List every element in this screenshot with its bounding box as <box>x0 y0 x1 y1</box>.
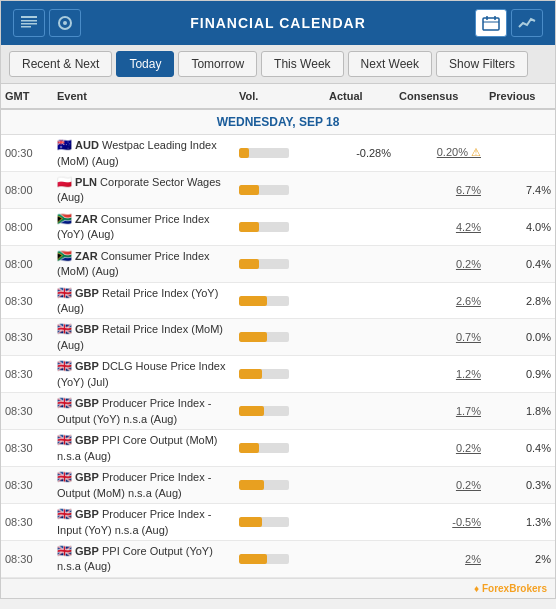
cell-event: 🇬🇧 GBP Producer Price Index - Output (Yo… <box>53 393 235 429</box>
news-icon[interactable] <box>13 9 45 37</box>
cell-event: 🇬🇧 GBP PPI Core Output (MoM) n.s.a (Aug) <box>53 430 235 466</box>
cell-previous: 2.8% <box>485 292 555 310</box>
vol-bar-container <box>239 517 289 527</box>
flag: 🇬🇧 <box>57 359 72 373</box>
cell-gmt: 08:30 <box>1 365 53 383</box>
vol-bar <box>239 332 267 342</box>
flag: 🇬🇧 <box>57 544 72 558</box>
currency: GBP <box>75 360 99 372</box>
table-row[interactable]: 08:30🇬🇧 GBP Producer Price Index - Outpu… <box>1 467 555 504</box>
table-row[interactable]: 08:00🇵🇱 PLN Corporate Sector Wages (Aug)… <box>1 172 555 209</box>
cell-gmt: 08:30 <box>1 513 53 531</box>
cell-event: 🇬🇧 GBP Retail Price Index (MoM) (Aug) <box>53 319 235 355</box>
vol-bar-container <box>239 332 289 342</box>
cell-vol <box>235 293 325 309</box>
tab-next-week[interactable]: Next Week <box>348 51 432 77</box>
cell-consensus: 2% <box>395 550 485 568</box>
header-title: FINANCIAL CALENDAR <box>133 15 423 31</box>
cell-consensus: 0.2% <box>395 476 485 494</box>
currency: GBP <box>75 471 99 483</box>
table-row[interactable]: 08:30🇬🇧 GBP PPI Core Output (MoM) n.s.a … <box>1 430 555 467</box>
cell-gmt: 00:30 <box>1 144 53 162</box>
svg-rect-1 <box>21 20 37 22</box>
cell-previous: 0.0% <box>485 328 555 346</box>
table-row[interactable]: 08:30🇬🇧 GBP DCLG House Price Index (YoY)… <box>1 356 555 393</box>
tab-this-week[interactable]: This Week <box>261 51 343 77</box>
vol-bar-container <box>239 406 289 416</box>
flag: 🇬🇧 <box>57 433 72 447</box>
footer: ♦ ForexBrokers <box>1 578 555 598</box>
cell-actual <box>325 371 395 377</box>
alert-icon[interactable] <box>49 9 81 37</box>
currency: GBP <box>75 323 99 335</box>
vol-bar <box>239 369 262 379</box>
table-body: 00:30🇦🇺 AUD Westpac Leading Index (MoM) … <box>1 135 555 578</box>
table-row[interactable]: 08:00🇿🇦 ZAR Consumer Price Index (MoM) (… <box>1 246 555 283</box>
cell-previous: 0.9% <box>485 365 555 383</box>
table-row[interactable]: 08:30🇬🇧 GBP Retail Price Index (MoM) (Au… <box>1 319 555 356</box>
vol-bar <box>239 406 264 416</box>
currency: GBP <box>75 508 99 520</box>
table-row[interactable]: 08:30🇬🇧 GBP Producer Price Index - Input… <box>1 504 555 541</box>
flag: 🇿🇦 <box>57 212 72 226</box>
cell-actual <box>325 482 395 488</box>
svg-rect-3 <box>21 26 31 28</box>
cell-gmt: 08:00 <box>1 255 53 273</box>
cell-gmt: 08:00 <box>1 181 53 199</box>
vol-bar <box>239 259 259 269</box>
cell-event: 🇿🇦 ZAR Consumer Price Index (YoY) (Aug) <box>53 209 235 245</box>
currency: GBP <box>75 397 99 409</box>
flag: 🇬🇧 <box>57 322 72 336</box>
table-row[interactable]: 08:30🇬🇧 GBP Producer Price Index - Outpu… <box>1 393 555 430</box>
cell-vol <box>235 145 325 161</box>
table-row[interactable]: 08:30🇬🇧 GBP Retail Price Index (YoY) (Au… <box>1 283 555 320</box>
calendar-icon[interactable] <box>475 9 507 37</box>
cell-gmt: 08:30 <box>1 292 53 310</box>
cell-vol <box>235 182 325 198</box>
cell-consensus: 4.2% <box>395 218 485 236</box>
cell-vol <box>235 551 325 567</box>
cell-previous: 1.3% <box>485 513 555 531</box>
flag: 🇬🇧 <box>57 396 72 410</box>
currency: PLN <box>75 176 97 188</box>
cell-gmt: 08:30 <box>1 402 53 420</box>
table-row[interactable]: 08:00🇿🇦 ZAR Consumer Price Index (YoY) (… <box>1 209 555 246</box>
footer-logo: ♦ ForexBrokers <box>474 583 547 594</box>
cell-vol <box>235 514 325 530</box>
app-container: FINANCIAL CALENDAR Recent & Next Today T… <box>0 0 556 599</box>
tab-tomorrow[interactable]: Tomorrow <box>178 51 257 77</box>
flag: 🇦🇺 <box>57 138 72 152</box>
cell-vol <box>235 403 325 419</box>
cell-event: 🇬🇧 GBP Producer Price Index - Output (Mo… <box>53 467 235 503</box>
cell-event: 🇬🇧 GBP DCLG House Price Index (YoY) (Jul… <box>53 356 235 392</box>
header-left-icons <box>13 9 133 37</box>
svg-rect-2 <box>21 23 37 25</box>
col-event: Event <box>53 88 235 104</box>
cell-consensus: 2.6% <box>395 292 485 310</box>
cell-consensus: 1.2% <box>395 365 485 383</box>
vol-bar-container <box>239 369 289 379</box>
flag: 🇵🇱 <box>57 175 72 189</box>
vol-bar-container <box>239 480 289 490</box>
cell-previous: 1.8% <box>485 402 555 420</box>
chart-icon[interactable] <box>511 9 543 37</box>
cell-consensus: 0.20% ⚠ <box>395 143 485 162</box>
currency: GBP <box>75 545 99 557</box>
warning-icon: ⚠ <box>471 146 481 158</box>
cell-vol <box>235 329 325 345</box>
tab-show-filters[interactable]: Show Filters <box>436 51 528 77</box>
cell-actual <box>325 556 395 562</box>
col-consensus: Consensus <box>395 88 485 104</box>
tab-today[interactable]: Today <box>116 51 174 77</box>
tab-recent-next[interactable]: Recent & Next <box>9 51 112 77</box>
cell-vol <box>235 256 325 272</box>
vol-bar <box>239 185 259 195</box>
cell-previous: 0.4% <box>485 439 555 457</box>
cell-previous: 0.4% <box>485 255 555 273</box>
table-row[interactable]: 00:30🇦🇺 AUD Westpac Leading Index (MoM) … <box>1 135 555 172</box>
cell-gmt: 08:30 <box>1 439 53 457</box>
table-row[interactable]: 08:30🇬🇧 GBP PPI Core Output (YoY) n.s.a … <box>1 541 555 578</box>
currency: ZAR <box>75 250 98 262</box>
vol-bar-container <box>239 148 289 158</box>
cell-event: 🇿🇦 ZAR Consumer Price Index (MoM) (Aug) <box>53 246 235 282</box>
